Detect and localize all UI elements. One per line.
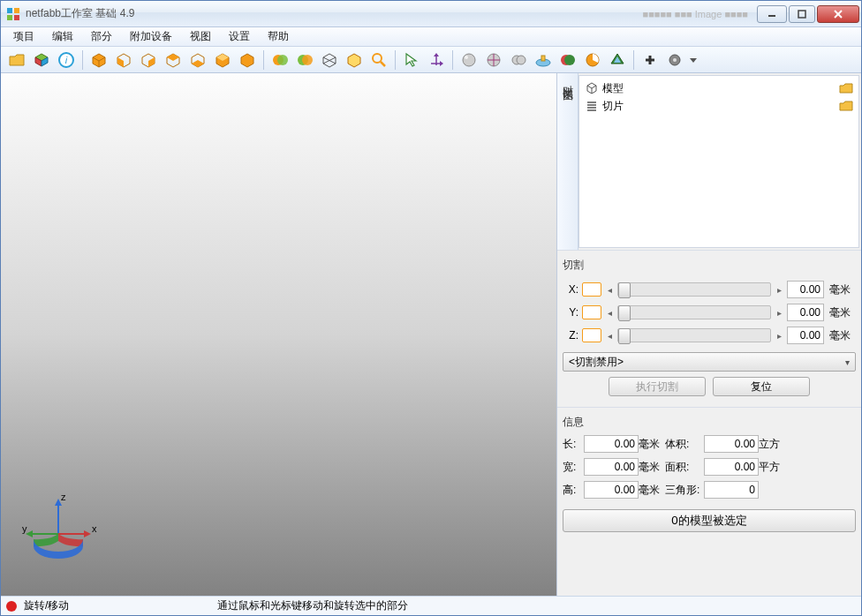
tree-label: 切片 [602, 99, 624, 114]
settings-gear-icon[interactable] [663, 49, 686, 71]
svg-marker-40 [434, 53, 439, 56]
toolbar: i [1, 47, 861, 73]
vertical-tabs[interactable]: 对比试图 [557, 73, 578, 250]
tree-row-models[interactable]: 模型 [581, 79, 857, 97]
right-column: 对比试图 模型 切片 切割 X: ◂ [557, 73, 861, 596]
view-front-icon[interactable] [112, 49, 135, 71]
open-icon[interactable] [5, 49, 28, 71]
tree-row-slices[interactable]: 切片 [581, 97, 857, 115]
value-z[interactable] [787, 327, 824, 344]
pie-icon[interactable] [581, 49, 604, 71]
spin-left[interactable]: ◂ [603, 285, 616, 295]
info-width-unit: 毫米 [639, 460, 665, 475]
info-volume-label: 体积: [665, 437, 704, 452]
highlight-icon[interactable] [343, 49, 366, 71]
svg-point-31 [302, 55, 313, 65]
combo-value: <切割禁用> [569, 355, 624, 370]
view-bottom-icon[interactable] [236, 49, 259, 71]
vtab-compare[interactable]: 对比试图 [560, 77, 575, 84]
titlebar: netfabb工作室 基础 4.9 ■■■■■ ■■■ Image ■■■■ [1, 1, 861, 27]
folder-icon[interactable] [839, 83, 853, 94]
svg-marker-24 [192, 60, 204, 67]
menu-part[interactable]: 部分 [84, 27, 119, 46]
select-icon[interactable] [400, 49, 423, 71]
cube-icon [585, 81, 599, 95]
move-icon[interactable] [425, 49, 448, 71]
view-left-icon[interactable] [162, 49, 185, 71]
svg-point-36 [373, 54, 382, 63]
info-length-label: 长: [563, 437, 584, 452]
minimize-button[interactable] [757, 5, 787, 23]
info-area-unit: 平方 [759, 460, 785, 475]
slider-y[interactable] [617, 305, 771, 319]
wire-icon[interactable] [318, 49, 341, 71]
dropdown-arrow-icon[interactable] [688, 49, 699, 71]
menu-addon[interactable]: 附加设备 [123, 27, 179, 46]
cut-title: 切割 [563, 258, 856, 273]
menu-help[interactable]: 帮助 [261, 27, 296, 46]
info-volume-value [704, 435, 759, 453]
menu-edit[interactable]: 编辑 [45, 27, 80, 46]
svg-rect-3 [14, 15, 19, 20]
svg-point-43 [465, 56, 468, 59]
svg-rect-1 [14, 8, 19, 13]
sphere-gray-icon[interactable] [457, 49, 480, 71]
info-length-unit: 毫米 [639, 437, 665, 452]
cut-y-row: Y: ◂ ▸ 毫米 [563, 301, 856, 324]
mesh-color-icon[interactable] [606, 49, 629, 71]
view-right-icon[interactable] [186, 49, 209, 71]
shade-2-icon[interactable] [293, 49, 316, 71]
spin-right[interactable]: ▸ [773, 285, 785, 295]
value-x[interactable] [787, 281, 824, 298]
boolean-icon[interactable] [556, 49, 579, 71]
shade-1-icon[interactable] [268, 49, 291, 71]
close-button[interactable] [817, 5, 859, 23]
spin-left[interactable]: ◂ [603, 308, 616, 318]
app-icon [6, 7, 20, 21]
axis-z-label: z [61, 492, 66, 502]
cut-mode-combo[interactable]: <切割禁用> [563, 352, 856, 372]
platform-icon[interactable] [532, 49, 555, 71]
zoom-icon[interactable] [367, 49, 390, 71]
slider-z[interactable] [617, 328, 771, 342]
svg-point-52 [564, 55, 575, 65]
slider-x[interactable] [617, 282, 771, 297]
folder-icon[interactable] [839, 101, 853, 111]
sphere-dual-icon[interactable] [507, 49, 530, 71]
info-length-value [584, 435, 639, 453]
cut-x-row: X: ◂ ▸ 毫米 [563, 278, 856, 301]
axis-z-toggle[interactable] [582, 328, 601, 342]
value-y[interactable] [787, 304, 824, 321]
menu-settings[interactable]: 设置 [222, 27, 257, 46]
sphere-axis-icon[interactable] [482, 49, 505, 71]
repair-icon[interactable] [639, 49, 662, 71]
svg-point-59 [673, 58, 677, 62]
window-title: netfabb工作室 基础 4.9 [26, 6, 643, 21]
model-tree[interactable]: 模型 切片 [578, 75, 859, 248]
maximize-button[interactable] [789, 5, 815, 23]
status-mode: 旋转/移动 [24, 598, 69, 613]
cut-panel: 切割 X: ◂ ▸ 毫米 Y: ◂ ▸ 毫米 Z: [557, 250, 861, 407]
view-top-icon[interactable] [211, 49, 234, 71]
reset-cut-button[interactable]: 复位 [713, 377, 810, 396]
info-tri-value [704, 481, 759, 499]
menu-project[interactable]: 项目 [6, 27, 42, 46]
unit-y: 毫米 [829, 305, 856, 320]
spin-left[interactable]: ◂ [603, 331, 616, 341]
spin-right[interactable]: ▸ [773, 308, 785, 318]
view-iso-icon[interactable] [87, 49, 110, 71]
axis-x-toggle[interactable] [582, 282, 601, 297]
svg-point-48 [517, 56, 526, 64]
menu-view[interactable]: 视图 [183, 27, 218, 46]
selection-status-button[interactable]: 0的模型被选定 [563, 509, 856, 532]
view-back-icon[interactable] [137, 49, 160, 71]
execute-cut-button[interactable]: 执行切割 [609, 377, 706, 396]
axis-y-toggle[interactable] [582, 305, 601, 319]
spin-right[interactable]: ▸ [773, 331, 785, 341]
svg-rect-5 [798, 11, 805, 18]
info-icon[interactable]: i [55, 49, 78, 71]
tree-label: 模型 [602, 81, 624, 96]
add-part-icon[interactable] [30, 49, 53, 71]
3d-viewport[interactable]: x y z [1, 73, 557, 596]
info-width-label: 宽: [563, 460, 584, 475]
